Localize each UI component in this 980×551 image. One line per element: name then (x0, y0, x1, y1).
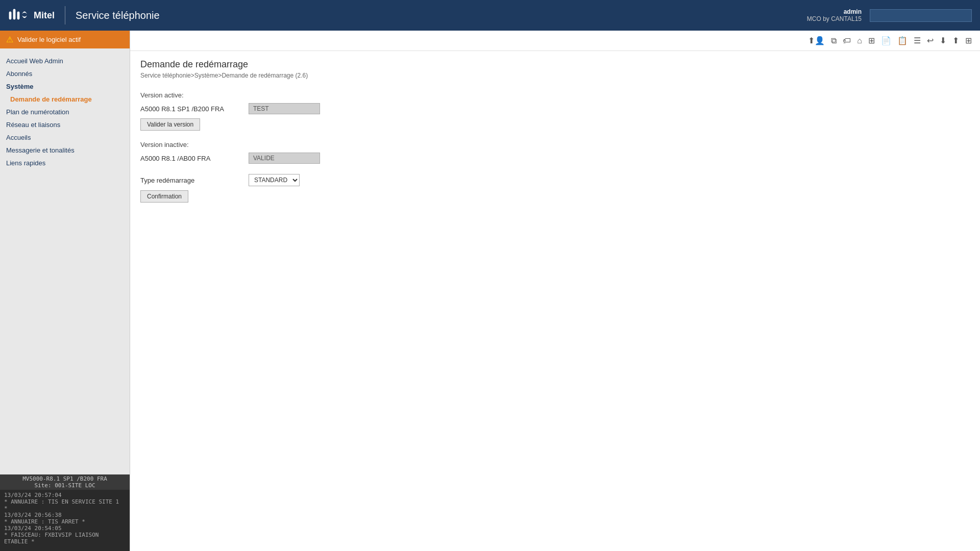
log-entry-1: * ANNUAIRE : TIS EN SERVICE SITE 1 * (4, 498, 126, 512)
header-divider (65, 6, 65, 24)
sidebar-item-plan-numerotation[interactable]: Plan de numérotation (0, 106, 130, 118)
network-icon[interactable]: ⊞ (866, 35, 877, 46)
breadcrumb: Service téléphonie>Système>Demande de re… (140, 72, 970, 79)
version-active-label: Version active: (140, 91, 970, 99)
tag-icon[interactable]: 🏷 (841, 35, 853, 46)
sidebar-item-demande-redemarrage[interactable]: Demande de redémarrage (0, 93, 130, 106)
toolbar: ⬆👤 ⧉ 🏷 ⌂ ⊞ 📄 📋 ☰ ↩ ⬇ ⬆ ⊞ (130, 31, 980, 51)
sidebar-item-messagerie-tonalites[interactable]: Messagerie et tonalités (0, 144, 130, 157)
version-inactive-text: A5000 R8.1 /AB00 FRA (140, 155, 242, 162)
validate-software-button[interactable]: ⚠ Valider le logiciel actif (0, 31, 130, 48)
version-inactive-row: A5000 R8.1 /AB00 FRA (140, 153, 970, 164)
arrow-left-icon[interactable]: ↩ (925, 35, 936, 46)
main: ⬆👤 ⧉ 🏷 ⌂ ⊞ 📄 📋 ☰ ↩ ⬇ ⬆ ⊞ Demande de redé… (130, 31, 980, 551)
sidebar-item-accueil[interactable]: Accueil Web Admin (0, 55, 130, 67)
version-active-row: A5000 R8.1 SP1 /B200 FRA (140, 103, 970, 114)
version-active-section: Version active: A5000 R8.1 SP1 /B200 FRA… (140, 91, 970, 131)
search-input[interactable] (870, 9, 972, 22)
confirmation-button[interactable]: Confirmation (140, 190, 188, 203)
copy-icon[interactable]: ⧉ (829, 35, 839, 46)
type-redemarrage-section: Type redémarrage STANDARD Confirmation (140, 174, 970, 203)
type-redemarrage-select[interactable]: STANDARD (249, 174, 300, 186)
log-header-line1: MV5000-R8.1 SP1 /B200 FRA (1, 475, 129, 482)
app-title: Service téléphonie (76, 10, 807, 21)
sidebar-nav: Accueil Web Admin Abonnés Système Demand… (0, 53, 130, 474)
header: Mitel Service téléphonie admin MCO by CA… (0, 0, 980, 31)
upload-icon[interactable]: ⬆ (950, 35, 961, 46)
content: Demande de redémarrage Service téléphoni… (130, 51, 980, 551)
page-title: Demande de redémarrage (140, 59, 970, 70)
confirmation-row: Confirmation (140, 190, 970, 203)
svg-rect-1 (13, 9, 16, 20)
log-entry-0: 13/03/24 20:57:04 (4, 492, 126, 498)
version-inactive-section: Version inactive: A5000 R8.1 /AB00 FRA (140, 141, 970, 164)
file-export-icon[interactable]: 📋 (895, 35, 910, 46)
svg-rect-2 (17, 11, 20, 19)
warning-icon: ⚠ (6, 35, 13, 44)
grid-icon[interactable]: ⊞ (963, 35, 974, 46)
log-entry-2: 13/03/24 20:56:38 (4, 512, 126, 518)
version-active-input (249, 103, 320, 114)
valider-version-button[interactable]: Valider la version (140, 118, 200, 131)
type-redemarrage-label: Type redémarrage (140, 177, 242, 184)
log-entry-3: * ANNUAIRE : TIS ARRET * (4, 518, 126, 525)
log-header-line2: Site: 001-SITE LOC (1, 482, 129, 489)
mitel-logo-icon (8, 8, 29, 22)
validate-software-label: Valider le logiciel actif (17, 36, 81, 43)
version-inactive-label: Version inactive: (140, 141, 970, 148)
user-info: admin MCO by CANTAL15 (807, 8, 862, 22)
file-new-icon[interactable]: 📄 (879, 35, 893, 46)
log-entry-5: * FAISCEAU: FXBIVSIP LIAISON ETABLIE * (4, 532, 126, 545)
list-icon[interactable]: ☰ (912, 35, 923, 46)
home-icon[interactable]: ⌂ (855, 35, 864, 46)
sidebar-item-accueils[interactable]: Accueils (0, 131, 130, 144)
download-icon[interactable]: ⬇ (938, 35, 948, 46)
valider-row: Valider la version (140, 118, 970, 131)
version-active-text: A5000 R8.1 SP1 /B200 FRA (140, 105, 242, 113)
sidebar-item-liens-rapides[interactable]: Liens rapides (0, 157, 130, 169)
sidebar: ⚠ Valider le logiciel actif Accueil Web … (0, 31, 130, 551)
user-subtitle: MCO by CANTAL15 (807, 15, 862, 22)
username: admin (807, 8, 862, 15)
logo: Mitel (8, 8, 55, 22)
person-upload-icon[interactable]: ⬆👤 (806, 35, 827, 46)
type-redemarrage-row: Type redémarrage STANDARD (140, 174, 970, 186)
log-area: 13/03/24 20:57:04 * ANNUAIRE : TIS EN SE… (0, 490, 130, 551)
sidebar-item-reseau-liaisons[interactable]: Réseau et liaisons (0, 118, 130, 131)
log-entry-4: 13/03/24 20:54:05 (4, 525, 126, 532)
log-header: MV5000-R8.1 SP1 /B200 FRA Site: 001-SITE… (0, 474, 130, 490)
brand-name: Mitel (34, 10, 55, 21)
layout: ⚠ Valider le logiciel actif Accueil Web … (0, 31, 980, 551)
sidebar-item-abonnes[interactable]: Abonnés (0, 67, 130, 80)
version-inactive-input (249, 153, 320, 164)
svg-rect-0 (9, 11, 12, 19)
sidebar-item-systeme[interactable]: Système (0, 80, 130, 93)
